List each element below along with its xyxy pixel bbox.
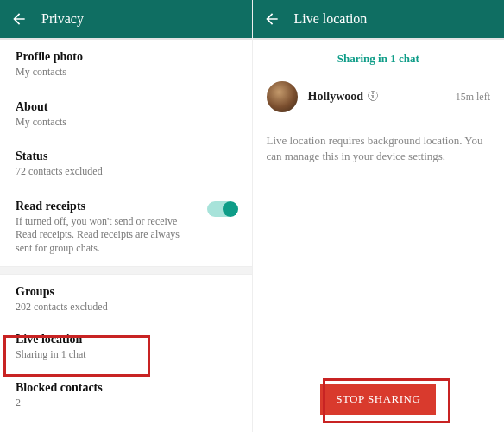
stop-sharing-button[interactable]: STOP SHARING bbox=[320, 384, 436, 415]
row-sub: My contacts bbox=[16, 116, 236, 130]
row-title: Read receipts bbox=[16, 200, 198, 213]
back-icon[interactable] bbox=[10, 10, 28, 28]
privacy-panel: Privacy Profile photo My contacts About … bbox=[0, 0, 253, 432]
live-location-title: Live location bbox=[294, 11, 368, 27]
row-title: Status bbox=[16, 149, 236, 163]
privacy-header: Privacy bbox=[0, 0, 252, 38]
row-blocked-contacts[interactable]: Blocked contacts 2 bbox=[0, 371, 252, 421]
info-text: Live location requires background locati… bbox=[253, 119, 505, 178]
chat-name-text: Hollywood bbox=[308, 90, 364, 103]
row-sub: 72 contacts excluded bbox=[16, 165, 236, 179]
row-groups[interactable]: Groups 202 contacts excluded bbox=[0, 275, 252, 325]
live-location-header: Live location bbox=[253, 0, 505, 38]
row-profile-photo[interactable]: Profile photo My contacts bbox=[0, 40, 252, 90]
row-status[interactable]: Status 72 contacts excluded bbox=[0, 139, 252, 189]
section-divider bbox=[0, 266, 252, 275]
row-sub: 202 contacts excluded bbox=[16, 301, 236, 314]
row-sub: Sharing in 1 chat bbox=[16, 348, 236, 362]
chat-name: Hollywood 🛈 bbox=[308, 90, 445, 104]
row-sub: My contacts bbox=[16, 66, 236, 79]
chat-row[interactable]: Hollywood 🛈 15m left bbox=[253, 74, 505, 119]
app-container: Privacy Profile photo My contacts About … bbox=[0, 0, 504, 432]
live-location-panel: Live location Sharing in 1 chat Hollywoo… bbox=[253, 0, 505, 432]
row-live-location[interactable]: Live location Sharing in 1 chat bbox=[0, 324, 252, 371]
row-title: Groups bbox=[16, 285, 236, 299]
row-title: Live location bbox=[16, 333, 236, 346]
row-title: Profile photo bbox=[16, 50, 236, 64]
row-sub: 2 bbox=[16, 397, 236, 410]
stop-button-wrap: STOP SHARING bbox=[253, 384, 505, 415]
row-title: Blocked contacts bbox=[16, 381, 236, 395]
chat-name-suffix: 🛈 bbox=[367, 90, 379, 103]
row-read-receipts[interactable]: Read receipts If turned off, you won't s… bbox=[0, 189, 252, 266]
back-icon[interactable] bbox=[263, 10, 280, 28]
sharing-status: Sharing in 1 chat bbox=[253, 40, 505, 74]
row-title: About bbox=[16, 100, 236, 114]
read-receipts-toggle[interactable] bbox=[207, 201, 236, 217]
privacy-title: Privacy bbox=[41, 11, 84, 27]
row-about[interactable]: About My contacts bbox=[0, 90, 252, 140]
time-left: 15m left bbox=[456, 91, 490, 104]
avatar bbox=[267, 81, 298, 112]
row-sub: If turned off, you won't send or receive… bbox=[16, 215, 198, 256]
